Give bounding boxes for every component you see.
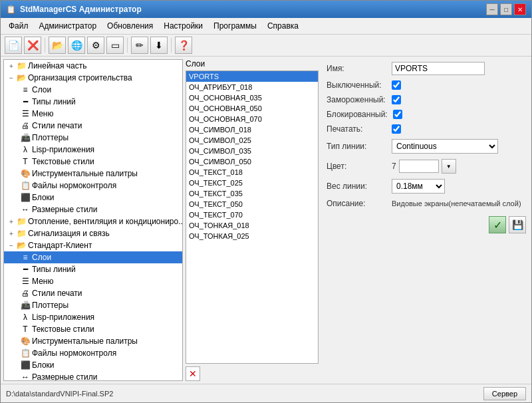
- layer-item-8[interactable]: ОЧ_СИМВОЛ_050: [186, 156, 318, 167]
- toolbar-rect-button[interactable]: ▭: [106, 37, 124, 54]
- tree-item-hvac[interactable]: + 📁 Отопление, вентиляция и кондициониро…: [4, 215, 182, 227]
- linetype-select[interactable]: Continuous: [392, 139, 498, 154]
- tree-item-menu-org[interactable]: ☰ Меню: [4, 108, 182, 120]
- folder-icon-hvac: 📁: [16, 216, 27, 227]
- menu-settings[interactable]: Настройки: [158, 19, 208, 33]
- layer-item-5[interactable]: ОЧ_СИМВОЛ_018: [186, 124, 318, 135]
- tree-item-palette-client[interactable]: 🎨 Инструментальные палитры: [4, 335, 182, 347]
- layer-item-3[interactable]: ОЧ_ОСНОВНАЯ_050: [186, 103, 318, 114]
- menu-admin[interactable]: Администратор: [34, 19, 102, 33]
- title-bar-left: 📋 StdManagerCS Администратор: [6, 5, 142, 14]
- minimize-button[interactable]: ─: [486, 3, 498, 15]
- tree-item-sloyi-client[interactable]: ≡ Слои: [4, 251, 182, 263]
- print-label: Печатать:: [327, 124, 386, 134]
- lisp-icon-client: λ: [20, 312, 31, 323]
- layer-item-10[interactable]: ОЧ_ТЕКСТ_025: [186, 178, 318, 188]
- description-label: Описание:: [327, 199, 386, 208]
- right-panel: Слои VPORTS ОЧ_АТРИБУТ_018 ОЧ_ОСНОВНАЯ_0…: [186, 59, 529, 381]
- confirm-icon: ✓: [493, 219, 502, 231]
- tree-label-dim-client: Размерные стили: [32, 372, 97, 381]
- tree-item-linear[interactable]: + 📁 Линейная часть: [4, 60, 182, 72]
- tree-item-files-org[interactable]: 📋 Файлы нормоконтроля: [4, 180, 182, 192]
- confirm-button[interactable]: ✓: [489, 216, 506, 233]
- text-icon-client: T: [20, 324, 31, 335]
- lineweight-select[interactable]: 0.18мм: [392, 179, 445, 194]
- tree-item-palette-org[interactable]: 🎨 Инструментальные палитры: [4, 168, 182, 180]
- locked-checkbox[interactable]: [393, 110, 402, 119]
- action-buttons: ✓ 💾: [327, 213, 526, 233]
- tree-item-signal[interactable]: + 📁 Сигнализация и связь: [4, 227, 182, 239]
- tree-item-print-client[interactable]: 🖨 Стили печати: [4, 287, 182, 299]
- lines-icon-org: ━: [20, 96, 31, 107]
- toolbar-globe-button[interactable]: 🌐: [68, 37, 85, 54]
- tree-item-client[interactable]: − 📂 Стандарт-Клиент: [4, 239, 182, 251]
- tree-item-sloyi-org[interactable]: ≡ Слои: [4, 84, 182, 96]
- layer-item-2[interactable]: ОЧ_ОСНОВНАЯ_035: [186, 92, 318, 103]
- tree-item-lisp-org[interactable]: λ Lisp-приложения: [4, 144, 182, 156]
- tree-item-blocks-org[interactable]: ⬛ Блоки: [4, 192, 182, 203]
- layer-item-4[interactable]: ОЧ_ОСНОВНАЯ_070: [186, 114, 318, 124]
- color-group: 7 ▼: [392, 159, 456, 174]
- save-button[interactable]: 💾: [509, 216, 526, 233]
- tree-item-files-client[interactable]: 📋 Файлы нормоконтроля: [4, 347, 182, 359]
- maximize-button[interactable]: □: [500, 3, 512, 15]
- tree-item-dim-client[interactable]: ↔ Размерные стили: [4, 371, 182, 381]
- folder-icon-client: 📂: [16, 240, 27, 251]
- print-checkbox[interactable]: [392, 124, 401, 134]
- name-label: Имя:: [327, 64, 386, 73]
- server-button[interactable]: Сервер: [483, 387, 526, 400]
- toolbar-download-button[interactable]: ⬇: [150, 37, 168, 54]
- tree-item-plotter-org[interactable]: 📠 Плоттеры: [4, 132, 182, 144]
- layer-item-15[interactable]: ОЧ_ТОНКАЯ_025: [186, 231, 318, 241]
- plotter-icon-client: 📠: [20, 300, 31, 311]
- layer-item-14[interactable]: ОЧ_ТОНКАЯ_018: [186, 220, 318, 231]
- tree-label-sloyi-client: Слои: [32, 253, 51, 262]
- toolbar-new-button[interactable]: 📄: [5, 37, 22, 54]
- tree-label-palette-org: Инструментальные палитры: [32, 169, 138, 178]
- tree-item-lisp-client[interactable]: λ Lisp-приложения: [4, 311, 182, 323]
- prop-row-color: Цвет: 7 ▼: [327, 159, 526, 174]
- name-input[interactable]: [392, 62, 485, 75]
- toolbar-delete-button[interactable]: ❌: [24, 37, 41, 54]
- save-icon: 💾: [512, 219, 523, 230]
- menu-file[interactable]: Файл: [3, 19, 34, 33]
- toolbar-gear-button[interactable]: ⚙: [87, 37, 104, 54]
- delete-layer-button[interactable]: ✕: [186, 366, 200, 381]
- tree-item-plotter-client[interactable]: 📠 Плоттеры: [4, 299, 182, 311]
- tree-item-text-client[interactable]: T Текстовые стили: [4, 323, 182, 335]
- tree-label-lisp-client: Lisp-приложения: [32, 313, 94, 322]
- tree-label-plotter-client: Плоттеры: [32, 301, 68, 310]
- status-path: D:\data\standardVNIPI-Final.SP2: [6, 390, 113, 398]
- disabled-checkbox[interactable]: [392, 80, 401, 90]
- layer-item-6[interactable]: ОЧ_СИМВОЛ_025: [186, 135, 318, 146]
- layer-item-9[interactable]: ОЧ_ТЕКСТ_018: [186, 167, 318, 178]
- main-content: + 📁 Линейная часть − 📂 Организация строи…: [1, 57, 531, 384]
- layers-list[interactable]: VPORTS ОЧ_АТРИБУТ_018 ОЧ_ОСНОВНАЯ_035 ОЧ…: [186, 70, 319, 364]
- tree-item-dim-org[interactable]: ↔ Размерные стили: [4, 203, 182, 215]
- tree-item-blocks-client[interactable]: ⬛ Блоки: [4, 359, 182, 371]
- layer-item-11[interactable]: ОЧ_ТЕКСТ_035: [186, 188, 318, 199]
- tree-item-lines-client[interactable]: ━ Типы линий: [4, 263, 182, 275]
- tree-item-menu-client[interactable]: ☰ Меню: [4, 275, 182, 287]
- tree-item-lines-org[interactable]: ━ Типы линий: [4, 96, 182, 108]
- toolbar-open-button[interactable]: 📂: [49, 37, 66, 54]
- toolbar-help-button[interactable]: ❓: [175, 37, 192, 54]
- color-dropdown-button[interactable]: ▼: [442, 159, 456, 174]
- layer-item-12[interactable]: ОЧ_ТЕКСТ_050: [186, 199, 318, 209]
- menu-programs[interactable]: Программы: [208, 19, 262, 33]
- menu-updates[interactable]: Обновления: [102, 19, 158, 33]
- layer-item-13[interactable]: ОЧ_ТЕКСТ_070: [186, 209, 318, 220]
- frozen-checkbox[interactable]: [392, 95, 401, 104]
- layer-item-vports[interactable]: VPORTS: [186, 71, 318, 82]
- color-box[interactable]: [399, 160, 439, 173]
- toolbar-edit-button[interactable]: ✏: [131, 37, 148, 54]
- close-button[interactable]: ✕: [514, 3, 526, 15]
- tree-label-text-org: Текстовые стили: [32, 157, 94, 166]
- tree-item-org[interactable]: − 📂 Организация строительства: [4, 72, 182, 84]
- tree-item-text-org[interactable]: T Текстовые стили: [4, 156, 182, 168]
- menu-help[interactable]: Справка: [262, 19, 304, 33]
- layer-item-7[interactable]: ОЧ_СИМВОЛ_035: [186, 146, 318, 156]
- layer-item-1[interactable]: ОЧ_АТРИБУТ_018: [186, 82, 318, 92]
- lineweight-label: Вес линии:: [327, 182, 386, 191]
- tree-item-print-org[interactable]: 🖨 Стили печати: [4, 120, 182, 132]
